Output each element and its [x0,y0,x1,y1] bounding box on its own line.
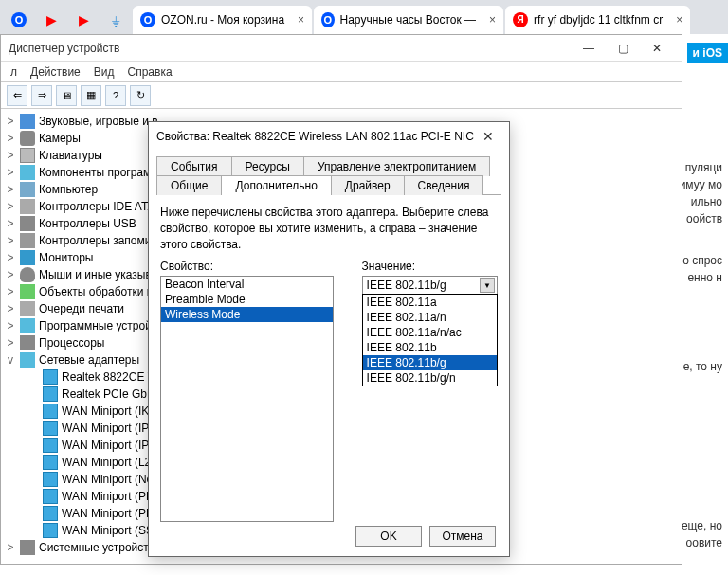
device-icon [43,523,58,538]
dropdown-option[interactable]: IEEE 802.11b [363,340,497,355]
tree-item-label: Системные устройства [39,541,161,554]
tree-item-label: Очереди печати [39,302,124,315]
expand-icon[interactable]: > [5,217,16,230]
window-titlebar[interactable]: Диспетчер устройств — ▢ ✕ [1,35,682,62]
tab-close-icon[interactable]: × [676,13,682,27]
device-icon [20,148,35,163]
device-icon [20,216,35,231]
tree-item-label: Мыши и иные указыва [39,268,157,281]
tree-item-label: Программные устройс [39,319,157,332]
ya-favicon-icon: Я [513,12,528,27]
expand-icon[interactable]: > [5,183,16,196]
tab-Драйвер[interactable]: Драйвер [331,175,405,195]
property-item[interactable]: Beacon Interval [161,277,333,292]
tab-close-icon[interactable]: × [489,13,496,27]
menu-item[interactable]: Действие [30,65,81,79]
toolbar-pc-icon[interactable]: 🖥 [56,85,77,106]
tab-События[interactable]: События [156,156,232,176]
tree-item-label: Компоненты программн [39,166,165,179]
dropdown-option[interactable]: IEEE 802.11a/n/ac [363,325,497,340]
tab-Дополнительно[interactable]: Дополнительно [221,175,331,195]
yt-favicon-icon: ▶ [44,12,59,27]
toolbar-back-icon[interactable]: ⇐ [7,85,27,106]
toolbar-help-icon[interactable]: ? [105,85,126,106]
close-button[interactable]: ✕ [640,39,674,58]
device-icon [43,421,58,436]
expand-icon[interactable]: > [5,336,16,350]
toolbar-view-icon[interactable]: ▦ [81,85,101,106]
browser-tabbar: O▶▶⏚OOZON.ru - Моя корзина×OНаручные час… [0,0,728,34]
browser-tab[interactable]: ⏚ [100,6,131,34]
dialog-titlebar[interactable]: Свойства: Realtek 8822CE Wireless LAN 80… [149,122,509,151]
os-badge: и iOS [687,43,728,63]
menu-item[interactable]: Вид [94,65,115,79]
tree-item-label: Сетевые адаптеры [39,353,139,367]
device-icon [20,284,35,299]
close-icon[interactable]: ✕ [475,127,501,146]
dropdown-option[interactable]: IEEE 802.11a/n [363,310,497,325]
expand-icon[interactable]: > [5,234,16,247]
ok-button[interactable]: OK [355,526,422,547]
tree-item-label: Контроллеры USB [39,217,136,230]
bg-text: имуу мо [680,178,722,191]
tab-Управление электропитанием[interactable]: Управление электропитанием [303,156,490,176]
chevron-down-icon[interactable]: ▼ [480,278,495,293]
tab-Общие[interactable]: Общие [156,175,222,195]
device-icon [43,386,58,402]
menu-item[interactable]: Справка [128,65,173,79]
toolbar-refresh-icon[interactable]: ↻ [130,85,151,106]
browser-tab[interactable]: ▶ [68,6,99,34]
expand-icon[interactable]: > [5,115,16,128]
device-icon [20,318,35,333]
dropdown-option[interactable]: IEEE 802.11b/g/n [363,370,497,386]
browser-tab[interactable]: O [4,6,34,34]
tab-Сведения[interactable]: Сведения [404,175,484,195]
value-combobox[interactable]: IEEE 802.11b/g ▼ [362,276,498,295]
expand-icon[interactable]: > [5,132,16,145]
expand-icon[interactable]: > [5,268,16,281]
browser-tab[interactable]: Яrfr yf dbyljdc 11 cltkfnm cr× [505,6,690,34]
expand-icon[interactable]: > [5,541,16,554]
expand-icon[interactable]: > [5,166,16,179]
minimize-button[interactable]: — [572,39,606,58]
device-icon [43,369,58,385]
bg-text: оовите [686,536,722,549]
dropdown-option[interactable]: IEEE 802.11a [363,295,497,310]
tree-item-label: Мониторы [39,251,93,264]
expand-icon[interactable]: > [5,302,16,315]
expand-icon[interactable]: > [5,149,16,162]
expand-icon[interactable]: > [5,319,16,332]
expand-icon[interactable]: > [5,285,16,298]
browser-tab[interactable]: OOZON.ru - Моя корзина× [133,6,312,34]
dropdown-option[interactable]: IEEE 802.11b/g [363,355,497,370]
browser-tab[interactable]: OНаручные часы Восток —× [314,6,503,34]
bg-text: е, то ну [683,360,722,373]
property-item[interactable]: Preamble Mode [161,292,333,307]
device-icon [20,114,35,129]
tab-close-icon[interactable]: × [298,13,304,27]
expand-icon[interactable]: > [5,200,16,213]
toolbar-fwd-icon[interactable]: ⇒ [31,85,52,106]
cancel-button[interactable]: Отмена [429,526,496,547]
maximize-button[interactable]: ▢ [606,39,640,58]
property-item[interactable]: Wireless Mode [161,307,333,322]
expand-icon[interactable]: > [5,251,16,264]
device-icon [20,540,35,555]
menu-item[interactable]: л [10,65,17,79]
bg-text: ильно [691,195,722,208]
device-icon [43,404,58,419]
tab-Ресурсы[interactable]: Ресурсы [231,156,304,176]
device-icon [20,233,35,248]
bg-text: пуляци [685,161,722,174]
tab-label: Наручные часы Восток — [340,13,477,27]
property-listbox[interactable]: Beacon IntervalPreamble ModeWireless Mod… [160,276,334,522]
value-dropdown[interactable]: IEEE 802.11aIEEE 802.11a/nIEEE 802.11a/n… [362,294,498,386]
tree-item-label: Клавиатуры [39,149,102,162]
browser-tab[interactable]: ▶ [36,6,66,34]
expand-icon[interactable]: v [5,353,16,367]
tree-item-label: WAN Miniport (Netv [62,473,162,486]
tree-item-label: Камеры [39,132,81,145]
device-icon [20,165,35,180]
bg-text: еще, но [682,519,722,532]
tab-label: OZON.ru - Моя корзина [161,13,284,27]
